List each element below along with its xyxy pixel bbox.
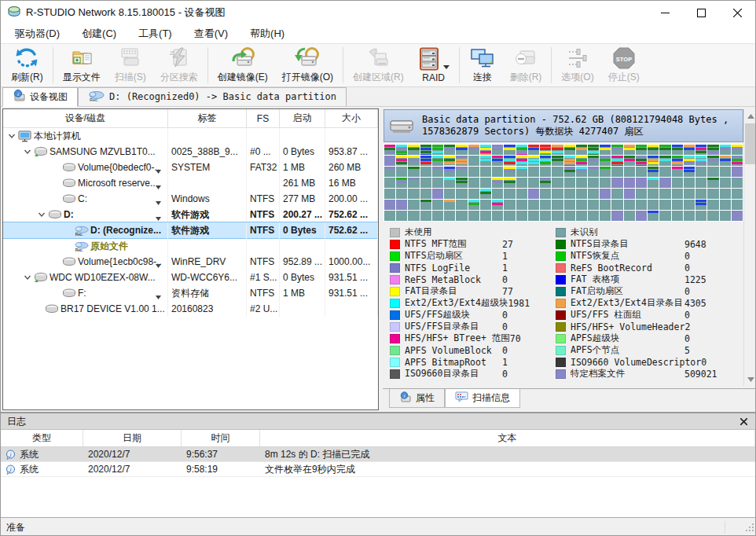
log-title: 日志	[7, 415, 26, 428]
log-column-header[interactable]: 文本	[260, 430, 755, 446]
tree-cell-size: 16 MB	[325, 175, 378, 191]
scan-block	[659, 145, 670, 155]
tree-row[interactable]: 本地计算机	[3, 128, 378, 144]
tree-row[interactable]: Rec.原始文件	[3, 238, 378, 254]
log-row[interactable]: i系统2020/12/79:56:378m 12s 的 D: 扫描已完成	[1, 447, 756, 462]
expander-chevron-icon[interactable]	[22, 148, 33, 156]
tree-row[interactable]: Volume{0bedecf0-..SYSTEMFAT321 MB260 MB	[3, 160, 378, 175]
expander-chevron-icon[interactable]	[36, 211, 47, 218]
tree-row[interactable]: Volume{1ecb0c98-..WinRE_DRVNTFS952.89 ..…	[3, 254, 378, 270]
scan-block-map[interactable]	[384, 144, 743, 222]
menu-item-tools[interactable]: 工具(T)	[127, 24, 183, 43]
log-cell-text: 文件枚举在9秒内完成	[260, 462, 755, 476]
tree-column-header[interactable]: FS	[247, 109, 280, 127]
tree-column-header[interactable]: 标签	[168, 109, 247, 127]
expander-chevron-icon[interactable]	[6, 132, 17, 140]
tree-row[interactable]: BR17 DEVICE V1.00 1....20160823#2 U...	[3, 301, 378, 317]
raid-dropdown-icon[interactable]	[443, 61, 450, 72]
scroll-down-icon[interactable]	[744, 373, 756, 386]
scan-block	[540, 189, 551, 199]
tab-properties[interactable]: i 属性	[389, 389, 445, 408]
tree-row[interactable]: SAMSUNG MZVLB1T0...0025_388B_9...#0 ...0…	[3, 144, 378, 160]
scan-block	[588, 200, 599, 210]
scan-block	[552, 156, 563, 166]
tree-row[interactable]: WDC WD10EZEX-08W...WD-WCC6Y6...#1 S...0 …	[3, 270, 378, 285]
scan-block	[732, 178, 743, 188]
scroll-up-icon[interactable]	[744, 109, 756, 123]
scan-block	[672, 178, 683, 188]
tree-row[interactable]: D:软件游戏NTFS200.27 ...752.62 ...	[3, 207, 378, 222]
log-close-icon[interactable]	[736, 415, 750, 428]
expander-chevron-icon[interactable]	[22, 274, 33, 281]
scrollbar-thumb[interactable]	[745, 123, 756, 164]
tree-row[interactable]: Rec.D: (Recognize...软件游戏NTFS0 Bytes752.6…	[3, 222, 378, 238]
tree-column-header[interactable]: 大小	[325, 109, 378, 127]
row-dropdown-icon[interactable]	[156, 259, 161, 270]
log-column-header[interactable]: 类型	[1, 430, 83, 446]
tree-column-header[interactable]: 设备/磁盘	[3, 109, 168, 127]
row-dropdown-icon[interactable]	[156, 212, 161, 222]
log-cell-date: 2020/12/7	[83, 447, 182, 461]
rec-icon: Rec.	[74, 225, 89, 237]
menu-item-create[interactable]: 创建(C)	[71, 24, 127, 43]
scan-block	[444, 167, 455, 177]
tree-cell-label: WD-WCC6Y6...	[168, 270, 247, 285]
legend-label: NTFS启动扇区	[405, 250, 502, 262]
tree-row[interactable]: F:资料存储NTFS1 MB931.51 ...	[3, 285, 378, 301]
toolbar-button-raid[interactable]: RAID	[411, 44, 457, 86]
scan-block	[516, 189, 527, 199]
toolbar-button-refresh[interactable]: 刷新(R)	[4, 44, 50, 86]
scan-block	[420, 145, 431, 155]
tree-cell-boot: 952.89 ...	[280, 254, 325, 270]
scan-block	[564, 167, 575, 177]
toolbar-button-create-image[interactable]: 创建镜像(E)	[211, 44, 275, 86]
scan-info-icon	[455, 391, 468, 405]
legend-swatch	[556, 240, 566, 249]
maximize-button[interactable]	[683, 1, 719, 24]
toolbar-button-show-files[interactable]: 显示文件	[56, 44, 108, 86]
minimize-button[interactable]	[647, 1, 683, 24]
legend-label: ReFS BootRecord	[571, 262, 684, 274]
resize-grip[interactable]	[745, 523, 755, 535]
scan-block	[444, 156, 455, 166]
tree-row[interactable]: C:WindowsNTFS277 MB200.00 ...	[3, 191, 378, 207]
row-dropdown-icon[interactable]	[156, 291, 161, 301]
scan-block	[492, 200, 503, 210]
scan-block	[468, 189, 479, 199]
tab-device-view[interactable]: i 设备视图	[2, 87, 78, 107]
row-dropdown-icon[interactable]	[156, 181, 161, 191]
log-column-header[interactable]: 时间	[182, 430, 260, 446]
raid-icon	[418, 47, 440, 71]
r-studio-window: R-STUDIO Network 8.15.180015 - 设备视图 驱动器(…	[0, 0, 756, 536]
scan-block	[492, 178, 503, 188]
menu-item-view[interactable]: 查看(V)	[183, 24, 239, 43]
toolbar-button-connect[interactable]: 连接	[462, 44, 503, 86]
scan-block	[492, 145, 503, 155]
scan-block	[707, 156, 718, 166]
toolbar: 刷新(R)显示文件扫描(S)分区搜索创建镜像(E)打开镜像(O)创建区域(R)R…	[1, 43, 755, 87]
tab-scan-information[interactable]: 扫描信息	[445, 389, 520, 408]
scan-panel-scrollbar[interactable]	[743, 109, 756, 386]
scan-block	[600, 200, 611, 210]
toolbar-button-open-image[interactable]: 打开镜像(O)	[275, 44, 340, 86]
tab-recognized-partition[interactable]: Rec. D: (Recognized0) -> Basic data part…	[78, 87, 347, 106]
scan-block	[552, 189, 563, 199]
scan-block	[611, 167, 622, 177]
log-column-header[interactable]: 日期	[83, 430, 182, 446]
close-button[interactable]	[719, 1, 755, 24]
row-dropdown-icon[interactable]	[156, 196, 161, 207]
scan-block	[672, 145, 683, 155]
scan-block	[396, 189, 407, 199]
scan-block	[456, 200, 467, 210]
legend-label: 未识别	[571, 226, 684, 238]
tree-row[interactable]: Microsoft reserve..261 MB16 MB	[3, 175, 378, 191]
scan-block	[684, 211, 695, 221]
row-dropdown-icon[interactable]	[156, 165, 161, 175]
tree-column-header[interactable]: 启动	[280, 109, 325, 127]
scan-block	[588, 178, 599, 188]
scan-block	[600, 189, 611, 199]
log-row[interactable]: i系统2020/12/79:58:19文件枚举在9秒内完成	[1, 462, 756, 477]
hdd-icon	[33, 272, 48, 283]
menu-item-drive[interactable]: 驱动器(D)	[4, 24, 71, 43]
menu-item-help[interactable]: 帮助(H)	[239, 24, 295, 43]
